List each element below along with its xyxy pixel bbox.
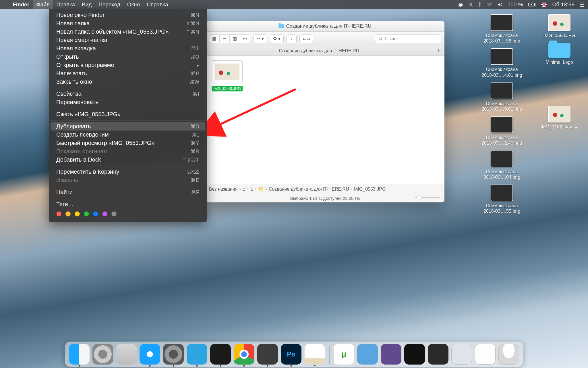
dock-app-term[interactable] [210,344,231,365]
menu-item[interactable]: Новая смарт-папка [49,36,207,44]
menu-item[interactable]: Свойства⌘I [49,90,207,98]
path-segment[interactable]: Без названия [209,187,237,192]
menu-item[interactable]: Напечатать⌘P [49,69,207,78]
clock[interactable]: Сб 13:59 [552,1,575,8]
path-segment[interactable]: ⌂ [243,187,245,192]
spotlight-icon[interactable] [468,2,473,7]
menu-item[interactable]: Найти⌘F [49,188,207,196]
menu-go[interactable]: Переход [95,0,123,9]
dock-app-ghost[interactable] [381,344,401,365]
file-content-area[interactable]: IMG_0553.JPG [206,56,444,184]
file-item[interactable]: IMG_0553.JPG [210,60,244,91]
gallery-view-button[interactable]: ▭ [240,35,250,43]
menu-item-label: Закрыть окно [56,78,92,85]
battery-icon[interactable] [528,3,536,7]
desktop-item[interactable]: Снимок экрана 2018-03….4.01.png [480,48,523,78]
dock-app-sublime[interactable] [257,344,278,365]
tab-add-button[interactable]: + [433,46,444,55]
menu-edit[interactable]: Правка [53,0,78,9]
notifications-icon[interactable]: ☰ [580,1,585,8]
menu-item[interactable]: Быстрый просмотр «IMG_0553.JPG»⌘Y [49,139,207,147]
path-segment[interactable]: IMG_0553.JPG [354,187,386,192]
tag-dot[interactable] [84,211,89,216]
menu-item[interactable]: Новая вкладка⌘T [49,44,207,53]
dock-app-safari[interactable] [140,344,160,365]
menu-item[interactable]: Переименовать [49,98,207,106]
tag-dot[interactable] [65,211,71,216]
dock-app-tool[interactable] [116,344,137,365]
siri-icon[interactable]: ◉ [458,1,463,8]
dock-app-winthumb2[interactable] [475,344,496,365]
menu-item[interactable]: Новая папка с объектом «IMG_0553.JPG»⌃⌘N [49,28,207,36]
menu-item[interactable]: Новое окно Finder⌘N [49,11,207,19]
tag-dot[interactable] [93,211,98,216]
bluetooth-icon[interactable]: ᛒ [479,1,482,8]
dock-app-winthumb[interactable] [451,344,472,365]
menu-item[interactable]: Открыть⌘O [49,53,207,61]
tags-button[interactable]: ⊂⊃ [299,34,313,43]
desktop-item[interactable]: Снимок экрана 2018-03….55.png [480,185,523,214]
tabbar: Создание дубликата для IT-HERE.RU + [206,46,444,56]
tag-dot[interactable] [102,211,107,216]
menu-item[interactable]: Открыть в программе▸ [49,61,207,69]
menu-item[interactable]: Закрыть окно⌘W [49,78,207,86]
menu-item[interactable]: Теги… [49,200,207,208]
dock-app-pref[interactable] [163,344,184,365]
desktop-item[interactable]: Снимок экрана 2018-03….58.png [480,14,523,44]
search-input[interactable]: Поиск [375,34,441,43]
dock-app-expl[interactable] [357,344,378,365]
menu-help[interactable]: Справка [143,0,172,9]
app-name[interactable]: Finder [9,0,33,9]
menu-item-label: Создать псевдоним [56,131,109,138]
menu-item[interactable]: Новая папка⇧⌘N [49,19,207,28]
path-segment[interactable]: 📁 [258,186,264,192]
dock-app-notes[interactable] [304,344,325,365]
dock-app-finder[interactable] [69,344,90,365]
tag-dot[interactable] [56,211,61,216]
zoom-slider[interactable] [415,197,440,198]
desktop-label: Снимок экрана 2018-03….1.45.png [480,135,523,146]
column-view-button[interactable]: ▥ [230,35,240,43]
tag-dot[interactable] [111,211,117,216]
desktop-item[interactable]: Снимок экрана 2018-03….9.01.png [480,83,523,112]
path-segment[interactable]: Создание дубликата для IT-HERE.RU [269,187,349,192]
menu-item[interactable]: Сжать «IMG_0553.JPG» [49,110,207,118]
dock-app-dock2[interactable] [428,344,448,365]
wifi-icon[interactable] [487,2,492,7]
list-view-button[interactable]: ☰ [220,35,230,43]
menu-item[interactable]: Дублировать⌘D [51,122,205,131]
view-mode-group[interactable]: ▦ ☰ ▥ ▭ [209,34,250,43]
path-segment[interactable]: ⌂ [250,187,253,192]
menu-item-label: Найти [56,189,73,195]
dock-app-trash[interactable] [498,344,519,365]
menu-item-label: Новая смарт-папка [56,37,107,43]
volume-icon[interactable] [497,2,502,7]
arrange-button[interactable]: ☷ ▾ [253,34,267,43]
action-button[interactable]: ✿ ▾ [270,34,283,43]
desktop-item[interactable]: Minimal Logo [538,43,581,65]
dock-app-ut[interactable]: µ [334,344,354,365]
dock-app-chrome[interactable] [234,344,254,365]
desktop-item[interactable]: Снимок экрана 2018-03….1.45.png [480,116,523,146]
desktop-item[interactable]: IMG_1162.mov ☁︎ [538,106,581,130]
menu-item[interactable]: Переместить в Корзину⌘⌫ [49,168,207,176]
menu-item[interactable]: Создать псевдоним⌘L [49,131,207,139]
dock-app-telegram[interactable] [187,344,207,365]
menu-item[interactable]: Добавить в Dock⌃⇧⌘T [49,156,207,164]
desktop-item[interactable]: Снимок экрана 2018-03….04.png [480,151,523,180]
share-button[interactable]: ⇪ [287,34,297,43]
statusbar: Выбрано 1 из 1; доступно 23,08 ГБ [206,194,444,202]
dock-app-launch[interactable] [92,344,113,365]
tag-dot[interactable] [75,211,80,216]
tab-current[interactable]: Создание дубликата для IT-HERE.RU [206,46,433,55]
menu-item-label: Извлечь [56,177,78,183]
dock-app-vid[interactable] [404,344,425,365]
dock-app-ps[interactable]: Ps [281,344,301,365]
menu-file[interactable]: Файл [33,0,53,9]
menu-window[interactable]: Окно [124,0,143,9]
titlebar[interactable]: Создание дубликата для IT-HERE.RU [206,21,444,32]
desktop-item[interactable]: IMG_0553.JPG [538,14,581,38]
input-lang-icon[interactable] [541,3,547,7]
menu-view[interactable]: Вид [78,0,95,9]
icon-view-button[interactable]: ▦ [209,35,220,43]
